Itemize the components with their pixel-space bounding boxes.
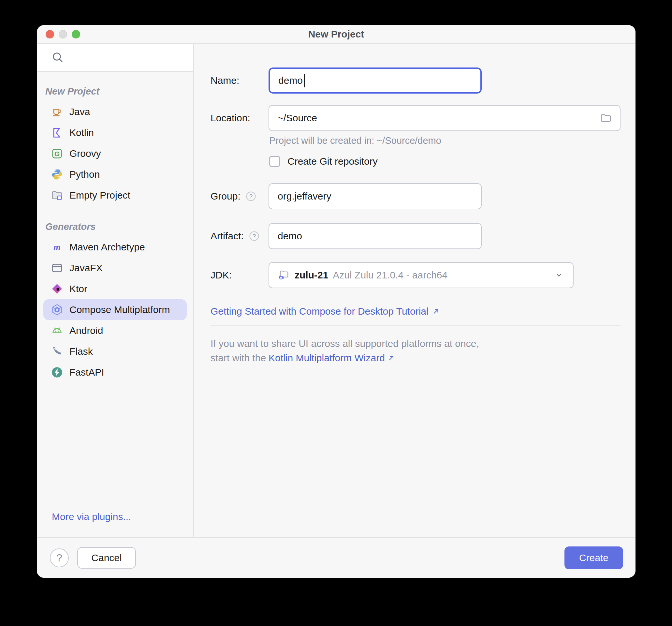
artifact-help-icon[interactable]: ? xyxy=(248,230,260,242)
kotlin-multiplatform-wizard-link[interactable]: Kotlin Multiplatform Wizard xyxy=(268,351,385,365)
svg-text:m: m xyxy=(53,242,61,252)
group-label: Group: ? xyxy=(211,190,268,202)
sidebar-item-label: Java xyxy=(69,106,90,117)
android-icon xyxy=(50,324,64,337)
location-helper-text: Project will be created in: ~/Source/dem… xyxy=(269,135,635,146)
kmp-hint-paragraph: If you want to share UI across all suppo… xyxy=(211,337,635,365)
empty-project-folder-icon xyxy=(50,189,64,202)
location-row: Location: ~/Source xyxy=(211,105,635,131)
svg-text:?: ? xyxy=(249,193,253,200)
artifact-input[interactable]: demo xyxy=(268,223,482,249)
artifact-value: demo xyxy=(278,231,302,241)
group-help-icon[interactable]: ? xyxy=(245,190,257,202)
jdk-detail: Azul Zulu 21.0.4 - aarch64 xyxy=(333,270,448,281)
help-button[interactable]: ? xyxy=(50,549,69,567)
external-link-arrow-icon xyxy=(432,307,440,316)
sidebar-item-label: Compose Multiplatform xyxy=(69,304,170,315)
name-label: Name: xyxy=(211,75,268,86)
sidebar-item-flask[interactable]: Flask xyxy=(43,341,187,362)
compose-tutorial-link[interactable]: Getting Started with Compose for Desktop… xyxy=(211,306,429,317)
cancel-button[interactable]: Cancel xyxy=(77,547,136,569)
create-git-checkbox[interactable] xyxy=(269,156,280,167)
sidebar-item-kotlin[interactable]: Kotlin xyxy=(43,122,187,143)
sidebar: New Project Java Kotlin xyxy=(37,44,194,537)
minimize-window-button[interactable] xyxy=(59,30,67,39)
text-caret xyxy=(304,74,305,87)
group-value: org.jeffavery xyxy=(278,191,332,202)
kmp-hint-line2: start with the Kotlin Multiplatform Wiza… xyxy=(211,351,635,365)
browse-folder-icon[interactable] xyxy=(600,112,611,124)
jdk-icon xyxy=(278,269,290,281)
group-input[interactable]: org.jeffavery xyxy=(268,183,482,209)
sidebar-item-label: Groovy xyxy=(69,148,101,159)
name-value: demo xyxy=(278,75,303,86)
git-checkbox-row: Create Git repository xyxy=(269,156,635,167)
zoom-window-button[interactable] xyxy=(72,30,80,39)
sidebar-item-empty-project[interactable]: Empty Project xyxy=(43,185,187,206)
artifact-label: Artifact: ? xyxy=(211,230,268,242)
kotlin-icon xyxy=(50,126,64,139)
sidebar-item-label: FastAPI xyxy=(69,367,104,378)
ktor-icon xyxy=(50,282,64,295)
sidebar-item-java[interactable]: Java xyxy=(43,101,187,122)
sidebar-item-label: Android xyxy=(69,325,103,336)
sidebar-item-label: JavaFX xyxy=(69,262,103,274)
group-row: Group: ? org.jeffavery xyxy=(211,183,635,209)
name-input[interactable]: demo xyxy=(268,68,482,94)
groovy-icon: G xyxy=(50,147,64,160)
search-icon xyxy=(51,51,64,64)
location-value: ~/Source xyxy=(278,113,317,123)
jdk-label: JDK: xyxy=(211,270,268,281)
sidebar-item-label: Empty Project xyxy=(69,190,130,201)
name-row: Name: demo xyxy=(211,68,635,94)
sidebar-item-label: Kotlin xyxy=(69,127,94,138)
section-header-generators: Generators xyxy=(45,222,187,232)
location-input[interactable]: ~/Source xyxy=(268,105,621,131)
sidebar-item-android[interactable]: Android xyxy=(43,320,187,341)
new-project-form: Name: demo Location: ~/Source Project wi… xyxy=(194,44,635,537)
location-label: Location: xyxy=(211,113,268,123)
create-git-label: Create Git repository xyxy=(287,156,378,167)
new-project-dialog: New Project New Project Java xyxy=(37,25,635,578)
jdk-select[interactable]: zulu-21 Azul Zulu 21.0.4 - aarch64 xyxy=(268,262,574,288)
titlebar: New Project xyxy=(37,25,635,44)
maven-icon: m xyxy=(50,240,64,254)
sidebar-item-label: Ktor xyxy=(69,283,87,295)
svg-text:G: G xyxy=(54,150,59,158)
svg-text:?: ? xyxy=(253,233,256,240)
sidebar-item-fastapi[interactable]: FastAPI xyxy=(43,362,187,383)
sidebar-item-ktor[interactable]: Ktor xyxy=(43,278,187,299)
compose-multiplatform-icon xyxy=(50,303,64,316)
fastapi-icon xyxy=(50,366,64,379)
sidebar-item-javafx[interactable]: JavaFX xyxy=(43,258,187,278)
window-title: New Project xyxy=(308,29,364,40)
dialog-footer: ? Cancel Create xyxy=(37,537,635,578)
traffic-lights xyxy=(46,25,80,43)
create-button[interactable]: Create xyxy=(565,547,623,569)
jdk-value: zulu-21 xyxy=(295,270,328,281)
section-divider xyxy=(211,325,621,326)
chevron-down-icon xyxy=(553,270,565,281)
java-icon xyxy=(50,105,64,118)
artifact-row: Artifact: ? demo xyxy=(211,223,635,249)
javafx-window-icon xyxy=(50,261,64,275)
sidebar-item-python[interactable]: Python xyxy=(43,164,187,185)
jdk-row: JDK: zulu-21 Azul Zulu 21.0.4 - aarch64 xyxy=(211,262,635,288)
sidebar-item-label: Python xyxy=(69,169,100,180)
section-header-new-project: New Project xyxy=(45,86,187,97)
sidebar-item-label: Flask xyxy=(69,346,93,357)
sidebar-item-maven-archetype[interactable]: m Maven Archetype xyxy=(43,237,187,258)
sidebar-nav: New Project Java Kotlin xyxy=(37,72,193,537)
kmp-hint-line1: If you want to share UI across all suppo… xyxy=(211,337,635,351)
close-window-button[interactable] xyxy=(46,30,54,39)
sidebar-item-compose-multiplatform[interactable]: Compose Multiplatform xyxy=(43,299,187,320)
search-field[interactable] xyxy=(37,44,193,72)
flask-icon xyxy=(50,345,64,358)
python-icon xyxy=(50,168,64,181)
more-via-plugins-link[interactable]: More via plugins... xyxy=(52,511,131,522)
sidebar-item-label: Maven Archetype xyxy=(69,241,145,253)
tutorial-link-row: Getting Started with Compose for Desktop… xyxy=(211,306,635,317)
sidebar-item-groovy[interactable]: G Groovy xyxy=(43,143,187,164)
external-link-arrow-icon xyxy=(387,354,395,362)
